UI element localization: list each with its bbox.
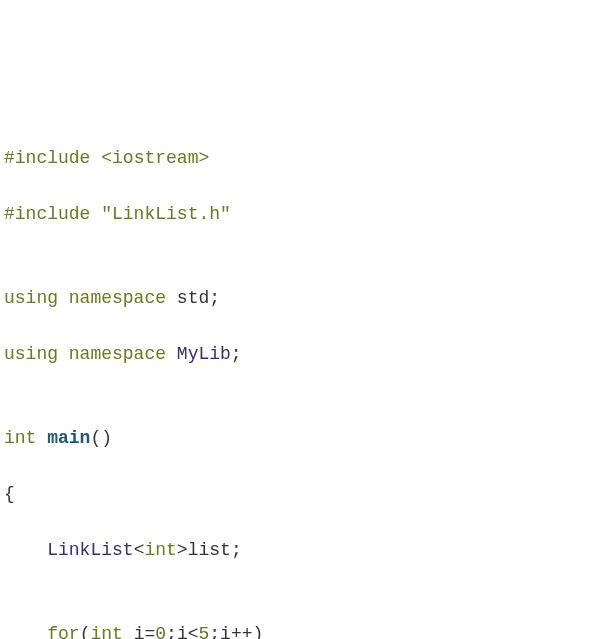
namespace: MyLib: [177, 344, 231, 364]
keyword: using: [4, 344, 69, 364]
punct: <: [134, 540, 145, 560]
code-line: using namespace MyLib;: [0, 340, 589, 368]
text: ;i<: [166, 624, 198, 639]
keyword: int: [4, 428, 47, 448]
keyword: using: [4, 288, 69, 308]
type: LinkList: [47, 540, 133, 560]
code-line: #include <iostream>: [0, 144, 589, 172]
code-line: #include "LinkList.h": [0, 200, 589, 228]
angle-close: >: [198, 148, 209, 168]
punct: >: [177, 540, 188, 560]
indent: [4, 540, 47, 560]
punct: ;: [209, 288, 220, 308]
code-line: LinkList<int>list;: [0, 536, 589, 564]
identifier: std: [177, 288, 209, 308]
keyword: int: [144, 540, 176, 560]
keyword: namespace: [69, 288, 177, 308]
number: 5: [198, 624, 209, 639]
header-name: iostream: [112, 148, 198, 168]
angle-open: <: [101, 148, 112, 168]
text: ;i++): [209, 624, 263, 639]
keyword: int: [90, 624, 133, 639]
punct: ;: [231, 344, 242, 364]
code-line: using namespace std;: [0, 284, 589, 312]
identifier: list;: [188, 540, 242, 560]
code-line: {: [0, 480, 589, 508]
paren: (: [80, 624, 91, 639]
code-block: #include <iostream> #include "LinkList.h…: [0, 116, 589, 639]
indent: [4, 624, 47, 639]
keyword: for: [47, 624, 79, 639]
code-line: int main(): [0, 424, 589, 452]
preproc: #include: [4, 204, 101, 224]
identifier: i=: [134, 624, 156, 639]
code-line: for(int i=0;i<5;i++): [0, 620, 589, 639]
preproc: #include: [4, 148, 101, 168]
function-name: main: [47, 428, 90, 448]
number: 0: [155, 624, 166, 639]
keyword: namespace: [69, 344, 177, 364]
paren: (): [90, 428, 112, 448]
string-literal: "LinkList.h": [101, 204, 231, 224]
